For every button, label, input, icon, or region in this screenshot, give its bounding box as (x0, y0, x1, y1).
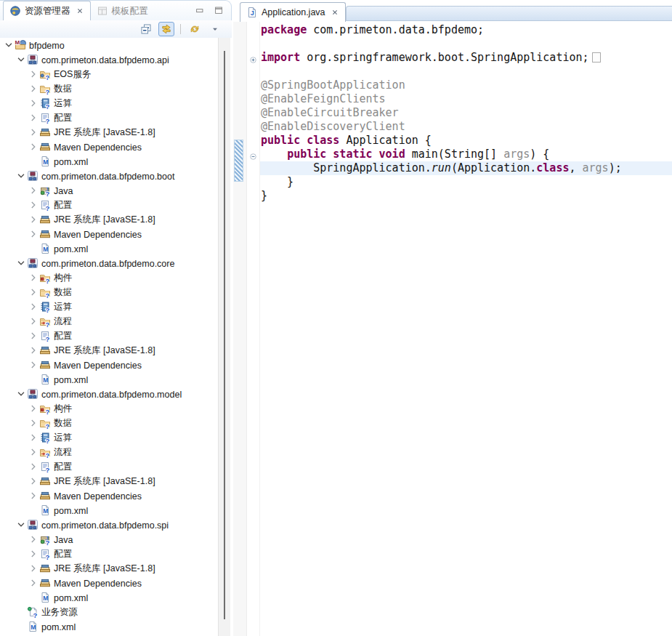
close-icon[interactable] (76, 7, 84, 15)
tree-item[interactable]: JRE 系统库 [JavaSE-1.8] (0, 343, 218, 358)
code-line[interactable]: @SpringBootApplication (260, 79, 672, 92)
chevron-right-icon[interactable] (28, 214, 39, 225)
tree-item[interactable]: Mpom.xml (0, 590, 218, 605)
tree-item[interactable]: Maven Dependencies (0, 576, 218, 590)
chevron-right-icon[interactable] (28, 142, 39, 152)
tree-item[interactable]: Mpom.xml (0, 154, 218, 169)
chevron-down-icon[interactable] (16, 389, 26, 399)
chevron-right-icon[interactable] (28, 69, 39, 79)
tree-item[interactable]: ?配置 (0, 547, 218, 561)
tree-item[interactable]: Mbfpdemo (0, 38, 218, 52)
tree-item[interactable]: JRE 系统库 [JavaSE-1.8] (0, 474, 218, 488)
chevron-right-icon[interactable] (28, 113, 39, 123)
chevron-right-icon[interactable] (28, 432, 39, 443)
chevron-down-icon[interactable] (16, 520, 26, 530)
tree-item[interactable]: ?数据 (0, 81, 218, 96)
tree-item[interactable]: com.primeton.data.bfpdemo.boot (0, 169, 218, 183)
tree-item[interactable]: ?业务资源 (0, 605, 218, 619)
tree-item[interactable]: ?配置 (0, 110, 218, 125)
chevron-right-icon[interactable] (28, 476, 39, 486)
code-line[interactable]: @EnableFeignClients (260, 92, 672, 106)
code-line[interactable]: import org.springframework.boot.SpringAp… (260, 51, 672, 65)
tree-item[interactable]: Maven Dependencies (0, 140, 218, 154)
tab-application-java[interactable]: J Application.java (240, 2, 346, 22)
tree-item[interactable]: com.primeton.data.bfpdemo.api (0, 52, 218, 67)
code-line[interactable]: @EnableDiscoveryClient (260, 120, 672, 134)
chevron-right-icon[interactable] (28, 360, 39, 370)
code-line[interactable]: package com.primeton.data.bfpdemo; (260, 23, 672, 37)
chevron-down-icon[interactable] (16, 258, 26, 268)
tree-item[interactable]: Maven Dependencies (0, 358, 218, 372)
refresh-button[interactable] (187, 22, 203, 36)
close-icon[interactable] (331, 8, 339, 17)
tree-item[interactable]: Mpom.xml (0, 503, 218, 518)
tree-item[interactable]: ?配置 (0, 459, 218, 474)
code-line[interactable]: @EnableCircuitBreaker (260, 106, 672, 120)
chevron-right-icon[interactable] (28, 549, 39, 559)
tree-item[interactable]: JRE 系统库 [JavaSE-1.8] (0, 212, 218, 227)
chevron-right-icon[interactable] (28, 578, 39, 588)
tree-scrollbar-thumb[interactable] (224, 51, 225, 619)
tree-item[interactable]: ?运算 (0, 96, 218, 110)
fold-collapse-icon[interactable] (249, 150, 257, 158)
tree-item[interactable]: com.primeton.data.bfpdemo.core (0, 256, 218, 270)
chevron-right-icon[interactable] (28, 302, 39, 312)
chevron-right-icon[interactable] (28, 316, 39, 326)
code-line[interactable]: public static void main(String[] args) { (260, 148, 672, 161)
tree-item[interactable]: JRE 系统库 [JavaSE-1.8] (0, 125, 218, 140)
chevron-right-icon[interactable] (28, 563, 39, 573)
tab-template-config[interactable]: 模板配置 (91, 1, 154, 20)
chevron-right-icon[interactable] (28, 84, 39, 94)
code-line[interactable] (260, 37, 672, 51)
chevron-right-icon[interactable] (28, 273, 39, 283)
tree-item[interactable]: ?流程 (0, 314, 218, 329)
chevron-right-icon[interactable] (28, 229, 39, 239)
chevron-right-icon[interactable] (28, 491, 39, 501)
code-line-current[interactable]: SpringApplication.run(Application.class,… (260, 161, 672, 175)
minimize-icon[interactable] (195, 5, 205, 15)
tree-item[interactable]: com.primeton.data.bfpdemo.model (0, 387, 218, 401)
chevron-down-icon[interactable] (4, 40, 14, 50)
chevron-right-icon[interactable] (28, 403, 39, 414)
code-area[interactable]: package com.primeton.data.bfpdemo;import… (260, 22, 672, 636)
chevron-right-icon[interactable] (28, 127, 39, 137)
chevron-right-icon[interactable] (28, 185, 39, 196)
tree-item[interactable]: J?Java (0, 183, 218, 198)
view-menu-button[interactable] (207, 22, 223, 36)
tree-item[interactable]: com.primeton.data.bfpdemo.spi (0, 518, 218, 532)
chevron-down-icon[interactable] (16, 171, 26, 181)
chevron-right-icon[interactable] (28, 98, 39, 108)
tree-item[interactable]: JRE 系统库 [JavaSE-1.8] (0, 561, 218, 576)
tree-item[interactable]: ?EOS服务 (0, 67, 218, 81)
tree-item[interactable]: J?Java (0, 532, 218, 547)
maximize-icon[interactable] (214, 5, 224, 15)
link-with-editor-button[interactable] (158, 22, 174, 36)
chevron-right-icon[interactable] (28, 418, 39, 428)
tree-item[interactable]: ?构件 (0, 270, 218, 285)
tree-item[interactable]: ?运算 (0, 299, 218, 314)
tree-item[interactable]: ?数据 (0, 285, 218, 299)
tree-item[interactable]: Mpom.xml (0, 241, 218, 256)
chevron-right-icon[interactable] (28, 331, 39, 341)
tree-item[interactable]: ?配置 (0, 198, 218, 212)
tree-scrollbar[interactable] (218, 38, 230, 636)
code-line[interactable]: } (260, 189, 672, 203)
chevron-right-icon[interactable] (28, 462, 39, 472)
tree-item[interactable]: ?数据 (0, 416, 218, 430)
chevron-right-icon[interactable] (28, 534, 39, 544)
tree-item[interactable]: Mpom.xml (0, 372, 218, 387)
tree-item[interactable]: Maven Dependencies (0, 488, 218, 503)
tree-item[interactable]: ?构件 (0, 401, 218, 416)
tree-item[interactable]: Mpom.xml (0, 619, 218, 634)
tree-item[interactable]: ?流程 (0, 445, 218, 459)
tree-item[interactable]: Maven Dependencies (0, 227, 218, 241)
tree-item[interactable]: ?运算 (0, 430, 218, 445)
code-line[interactable] (260, 65, 672, 79)
code-line[interactable]: public class Application { (260, 134, 672, 148)
collapse-all-button[interactable] (138, 22, 154, 36)
chevron-down-icon[interactable] (16, 55, 26, 65)
chevron-right-icon[interactable] (28, 287, 39, 297)
tab-resource-explorer[interactable]: 资源管理器 (3, 1, 91, 20)
chevron-right-icon[interactable] (28, 345, 39, 355)
chevron-right-icon[interactable] (28, 447, 39, 457)
